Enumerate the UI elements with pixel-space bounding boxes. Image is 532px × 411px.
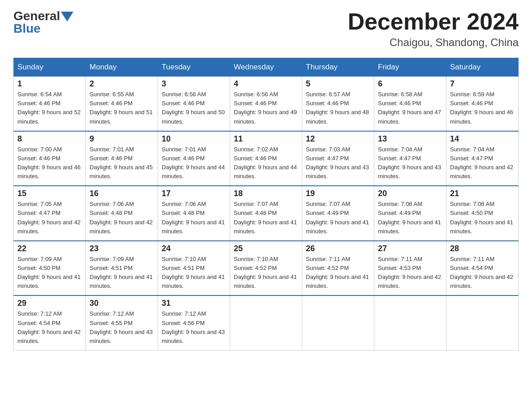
calendar-cell: 30 Sunrise: 7:12 AMSunset: 4:55 PMDaylig…: [86, 295, 158, 350]
day-info: Sunrise: 6:56 AMSunset: 4:46 PMDaylight:…: [162, 91, 225, 124]
day-info: Sunrise: 6:56 AMSunset: 4:46 PMDaylight:…: [234, 91, 297, 124]
calendar-header-friday: Friday: [374, 58, 446, 77]
day-info: Sunrise: 7:09 AMSunset: 4:51 PMDaylight:…: [90, 256, 153, 289]
day-number: 25: [234, 244, 298, 253]
calendar-cell: 25 Sunrise: 7:10 AMSunset: 4:52 PMDaylig…: [230, 241, 302, 296]
day-info: Sunrise: 7:12 AMSunset: 4:56 PMDaylight:…: [162, 310, 225, 344]
calendar-cell: [230, 295, 302, 350]
day-info: Sunrise: 7:04 AMSunset: 4:47 PMDaylight:…: [378, 146, 441, 180]
day-number: 17: [162, 189, 226, 198]
day-info: Sunrise: 7:08 AMSunset: 4:50 PMDaylight:…: [450, 201, 513, 234]
day-number: 24: [162, 244, 226, 253]
day-number: 14: [450, 134, 515, 144]
calendar-cell: [374, 295, 446, 350]
day-info: Sunrise: 7:09 AMSunset: 4:50 PMDaylight:…: [17, 256, 81, 289]
logo: General Blue: [13, 9, 73, 36]
calendar-cell: 21 Sunrise: 7:08 AMSunset: 4:50 PMDaylig…: [446, 186, 519, 241]
calendar-cell: 26 Sunrise: 7:11 AMSunset: 4:52 PMDaylig…: [302, 241, 374, 296]
day-info: Sunrise: 7:01 AMSunset: 4:46 PMDaylight:…: [90, 146, 153, 180]
calendar-cell: 17 Sunrise: 7:06 AMSunset: 4:48 PMDaylig…: [158, 186, 230, 241]
day-info: Sunrise: 6:55 AMSunset: 4:46 PMDaylight:…: [90, 91, 153, 124]
calendar-cell: 13 Sunrise: 7:04 AMSunset: 4:47 PMDaylig…: [374, 131, 446, 186]
day-info: Sunrise: 7:08 AMSunset: 4:49 PMDaylight:…: [378, 201, 441, 234]
day-number: 8: [17, 134, 82, 144]
day-number: 10: [162, 134, 226, 144]
day-number: 26: [306, 244, 370, 253]
calendar-week-row: 15 Sunrise: 7:05 AMSunset: 4:47 PMDaylig…: [14, 186, 519, 241]
calendar-header-sunday: Sunday: [14, 58, 86, 77]
calendar-week-row: 22 Sunrise: 7:09 AMSunset: 4:50 PMDaylig…: [14, 241, 519, 296]
calendar-cell: 14 Sunrise: 7:04 AMSunset: 4:47 PMDaylig…: [446, 131, 519, 186]
calendar-cell: 5 Sunrise: 6:57 AMSunset: 4:46 PMDayligh…: [302, 77, 374, 131]
day-info: Sunrise: 7:10 AMSunset: 4:51 PMDaylight:…: [162, 256, 225, 289]
day-number: 2: [90, 79, 154, 89]
day-number: 27: [378, 244, 442, 253]
day-number: 16: [90, 189, 154, 198]
calendar-cell: 10 Sunrise: 7:01 AMSunset: 4:46 PMDaylig…: [158, 131, 230, 186]
calendar-cell: 23 Sunrise: 7:09 AMSunset: 4:51 PMDaylig…: [86, 241, 158, 296]
calendar-cell: 6 Sunrise: 6:58 AMSunset: 4:46 PMDayligh…: [374, 77, 446, 131]
day-number: 29: [17, 299, 82, 308]
day-number: 20: [378, 189, 442, 198]
day-number: 1: [17, 79, 82, 89]
calendar-cell: 18 Sunrise: 7:07 AMSunset: 4:48 PMDaylig…: [230, 186, 302, 241]
calendar-header-saturday: Saturday: [446, 58, 519, 77]
calendar-cell: 7 Sunrise: 6:59 AMSunset: 4:46 PMDayligh…: [446, 77, 519, 131]
month-title: December 2024: [348, 9, 519, 34]
calendar-cell: 22 Sunrise: 7:09 AMSunset: 4:50 PMDaylig…: [14, 241, 86, 296]
calendar-cell: 24 Sunrise: 7:10 AMSunset: 4:51 PMDaylig…: [158, 241, 230, 296]
calendar-cell: 1 Sunrise: 6:54 AMSunset: 4:46 PMDayligh…: [14, 77, 86, 131]
calendar-cell: 19 Sunrise: 7:07 AMSunset: 4:49 PMDaylig…: [302, 186, 374, 241]
day-number: 18: [234, 189, 298, 198]
day-info: Sunrise: 7:00 AMSunset: 4:46 PMDaylight:…: [17, 146, 81, 180]
page-header: General Blue December 2024 Chaigou, Shan…: [13, 9, 519, 49]
day-info: Sunrise: 7:05 AMSunset: 4:47 PMDaylight:…: [17, 201, 81, 234]
calendar-cell: 31 Sunrise: 7:12 AMSunset: 4:56 PMDaylig…: [158, 295, 230, 350]
day-info: Sunrise: 7:10 AMSunset: 4:52 PMDaylight:…: [234, 256, 297, 289]
day-number: 22: [17, 244, 82, 253]
day-number: 31: [162, 299, 226, 308]
day-number: 12: [306, 134, 370, 144]
calendar-cell: 27 Sunrise: 7:11 AMSunset: 4:53 PMDaylig…: [374, 241, 446, 296]
day-number: 4: [234, 79, 298, 89]
day-info: Sunrise: 7:12 AMSunset: 4:54 PMDaylight:…: [17, 310, 81, 344]
calendar-cell: 4 Sunrise: 6:56 AMSunset: 4:46 PMDayligh…: [230, 77, 302, 131]
calendar-week-row: 8 Sunrise: 7:00 AMSunset: 4:46 PMDayligh…: [14, 131, 519, 186]
calendar-cell: 16 Sunrise: 7:06 AMSunset: 4:48 PMDaylig…: [86, 186, 158, 241]
day-number: 28: [450, 244, 515, 253]
day-number: 15: [17, 189, 82, 198]
calendar-cell: 20 Sunrise: 7:08 AMSunset: 4:49 PMDaylig…: [374, 186, 446, 241]
calendar-header-tuesday: Tuesday: [158, 58, 230, 77]
day-info: Sunrise: 7:11 AMSunset: 4:53 PMDaylight:…: [378, 256, 441, 289]
day-number: 13: [378, 134, 442, 144]
calendar-header-row: SundayMondayTuesdayWednesdayThursdayFrid…: [14, 58, 519, 77]
day-info: Sunrise: 6:58 AMSunset: 4:46 PMDaylight:…: [378, 91, 441, 124]
day-info: Sunrise: 7:04 AMSunset: 4:47 PMDaylight:…: [450, 146, 513, 180]
calendar-cell: 15 Sunrise: 7:05 AMSunset: 4:47 PMDaylig…: [14, 186, 86, 241]
day-info: Sunrise: 6:57 AMSunset: 4:46 PMDaylight:…: [306, 91, 369, 124]
calendar-header-monday: Monday: [86, 58, 158, 77]
day-info: Sunrise: 7:02 AMSunset: 4:46 PMDaylight:…: [234, 146, 297, 180]
day-info: Sunrise: 7:11 AMSunset: 4:54 PMDaylight:…: [450, 256, 513, 289]
calendar-table: SundayMondayTuesdayWednesdayThursdayFrid…: [13, 58, 519, 351]
calendar-cell: 8 Sunrise: 7:00 AMSunset: 4:46 PMDayligh…: [14, 131, 86, 186]
calendar-header-wednesday: Wednesday: [230, 58, 302, 77]
day-number: 5: [306, 79, 370, 89]
day-number: 30: [90, 299, 154, 308]
location-title: Chaigou, Shandong, China: [348, 36, 519, 49]
day-info: Sunrise: 6:54 AMSunset: 4:46 PMDaylight:…: [17, 91, 81, 124]
day-number: 6: [378, 79, 442, 89]
calendar-cell: 12 Sunrise: 7:03 AMSunset: 4:47 PMDaylig…: [302, 131, 374, 186]
day-number: 9: [90, 134, 154, 144]
calendar-cell: [446, 295, 519, 350]
calendar-cell: 11 Sunrise: 7:02 AMSunset: 4:46 PMDaylig…: [230, 131, 302, 186]
calendar-cell: 29 Sunrise: 7:12 AMSunset: 4:54 PMDaylig…: [14, 295, 86, 350]
day-info: Sunrise: 7:01 AMSunset: 4:46 PMDaylight:…: [162, 146, 225, 180]
day-number: 11: [234, 134, 298, 144]
calendar-cell: 9 Sunrise: 7:01 AMSunset: 4:46 PMDayligh…: [86, 131, 158, 186]
day-info: Sunrise: 6:59 AMSunset: 4:46 PMDaylight:…: [450, 91, 513, 124]
logo-triangle-icon: [61, 12, 73, 21]
day-info: Sunrise: 7:07 AMSunset: 4:49 PMDaylight:…: [306, 201, 369, 234]
calendar-week-row: 29 Sunrise: 7:12 AMSunset: 4:54 PMDaylig…: [14, 295, 519, 350]
logo-blue-text: Blue: [13, 21, 41, 36]
